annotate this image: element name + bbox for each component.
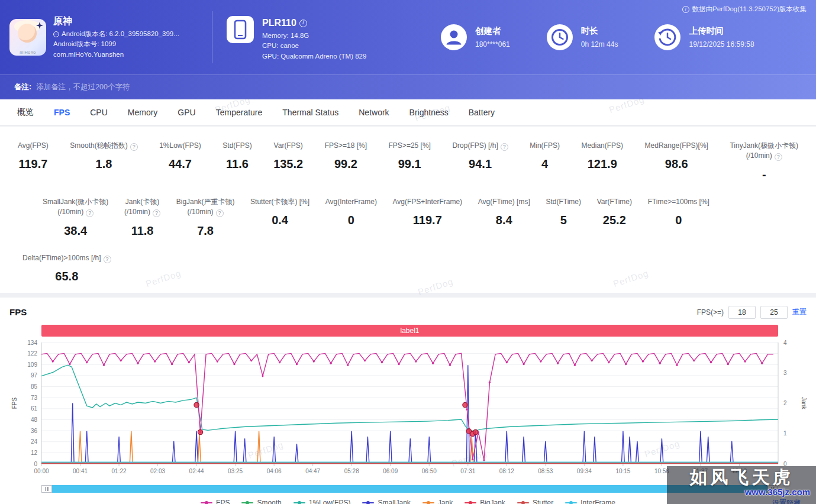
upload-time-title: 上传时间 — [689, 24, 754, 38]
stat-value: 99.2 — [325, 157, 367, 171]
stat-label: Avg(InterFrame) — [325, 197, 377, 207]
help-icon[interactable]: ? — [775, 153, 782, 161]
svg-text:07:31: 07:31 — [460, 468, 475, 474]
legend-marker-icon — [362, 500, 374, 504]
stat-label: Avg(FTime) [ms] — [478, 197, 530, 207]
legend-smalljank[interactable]: SmallJank — [362, 499, 410, 504]
svg-text:122: 122 — [27, 350, 37, 357]
tab-network[interactable]: Network — [349, 108, 399, 117]
tab-fps[interactable]: FPS — [44, 108, 80, 117]
legend-jank[interactable]: Jank — [422, 499, 453, 504]
svg-text:01:22: 01:22 — [112, 468, 127, 474]
legend-interframe[interactable]: InterFrame — [565, 499, 615, 504]
fps-chart[interactable]: 012243648617385971091221340123400:0000:4… — [9, 338, 807, 484]
scrollbar-track[interactable] — [52, 485, 767, 493]
stats-panel: Avg(FPS)119.7Smooth(稳帧指数)?1.81%Low(FPS)4… — [0, 127, 816, 293]
collect-info: i 数据由PerfDog(11.3.250752)版本收集 — [682, 5, 807, 14]
report-header: miHoYo 原神 Android版本名: 6.2.0_39595820_399… — [0, 0, 816, 99]
legend-stutter[interactable]: Stutter — [517, 499, 553, 504]
help-icon[interactable]: ? — [216, 209, 224, 217]
legend-label: FPS — [216, 499, 230, 504]
fps-threshold-low-input[interactable] — [728, 306, 756, 319]
app-icon-brand: miHoYo — [9, 50, 46, 54]
fps-threshold-high-input[interactable] — [760, 306, 788, 319]
tab-memory[interactable]: Memory — [118, 108, 168, 117]
svg-text:24: 24 — [31, 438, 38, 445]
header-top: miHoYo 原神 Android版本名: 6.2.0_39595820_399… — [0, 0, 816, 75]
stat-label: Delta(FTime)>100ms [/h]? — [22, 253, 111, 263]
stat-item: Std(FTime)5 — [546, 197, 581, 238]
stat-value: 119.7 — [393, 214, 462, 227]
stat-item: Std(FPS)11.6 — [222, 141, 251, 182]
stat-item: Var(FPS)135.2 — [273, 141, 303, 182]
legend-label: Stutter — [533, 499, 553, 504]
stat-item: Stutter(卡顿率) [%]0.4 — [250, 197, 309, 238]
stat-label: Median(FPS) — [581, 141, 623, 151]
legend-label: BigJank — [480, 499, 505, 504]
help-icon[interactable]: ? — [130, 143, 138, 151]
svg-text:08:53: 08:53 — [538, 468, 553, 474]
tab-概览[interactable]: 概览 — [7, 107, 44, 118]
stat-value: 0 — [325, 214, 377, 227]
app-icon: miHoYo — [9, 19, 46, 56]
svg-text:00:00: 00:00 — [34, 468, 49, 474]
svg-text:05:28: 05:28 — [344, 468, 359, 474]
note-input[interactable]: 添加备注，不超过200个字符 — [36, 82, 130, 92]
stat-item: FPS>=18 [%]99.2 — [325, 141, 367, 182]
legend-smooth[interactable]: Smooth — [241, 499, 281, 504]
upload-time-block: 上传时间 19/12/2025 16:59:58 — [654, 24, 754, 50]
legend-label: 1%Low(FPS) — [309, 499, 351, 504]
legend-fps[interactable]: FPS — [201, 499, 230, 504]
legend-label: Jank — [438, 499, 453, 504]
svg-text:36: 36 — [31, 428, 38, 434]
tab-thermal-status[interactable]: Thermal Status — [272, 108, 349, 117]
stat-value: - — [730, 168, 798, 182]
info-icon[interactable]: i — [299, 20, 307, 27]
stat-value: 98.6 — [645, 157, 708, 171]
tab-temperature[interactable]: Temperature — [206, 108, 273, 117]
tab-battery[interactable]: Battery — [459, 108, 505, 117]
stat-item: Delta(FTime)>100ms [/h]?65.8 — [22, 253, 111, 283]
app-block: miHoYo 原神 Android版本名: 6.2.0_39595820_399… — [9, 14, 206, 60]
app-meta: 原神 Android版本名: 6.2.0_39595820_399... And… — [53, 14, 179, 60]
help-icon[interactable]: ? — [86, 209, 93, 217]
stat-label: Std(FPS) — [222, 141, 251, 151]
device-block: PLR110 i Memory: 14.8G CPU: canoe GPU: Q… — [227, 12, 404, 62]
chart-legend: FPSSmooth1%Low(FPS)SmallJankJankBigJankS… — [201, 499, 615, 504]
tab-gpu[interactable]: GPU — [167, 108, 205, 117]
svg-text:2: 2 — [783, 400, 787, 406]
tab-cpu[interactable]: CPU — [80, 108, 118, 117]
svg-text:08:12: 08:12 — [499, 468, 514, 474]
legend-marker-icon — [422, 500, 434, 504]
svg-text:109: 109 — [27, 361, 37, 368]
stat-label: Min(FPS) — [530, 141, 560, 151]
stat-item: Avg(FTime) [ms]8.4 — [478, 197, 530, 238]
fps-reset-link[interactable]: 重置 — [792, 307, 807, 317]
tab-brightness[interactable]: Brightness — [399, 108, 459, 117]
help-icon[interactable]: ? — [104, 256, 111, 263]
stat-value: 44.7 — [159, 157, 201, 171]
clock-icon — [547, 24, 573, 50]
help-icon[interactable]: ? — [153, 209, 160, 217]
stats-row-1: Avg(FPS)119.7Smooth(稳帧指数)?1.81%Low(FPS)4… — [18, 141, 798, 182]
legend-1-low-fps-[interactable]: 1%Low(FPS) — [293, 499, 351, 504]
svg-text:04:47: 04:47 — [305, 468, 320, 474]
legend-bigjank[interactable]: BigJank — [465, 499, 505, 504]
chart-label-band-text: label1 — [400, 327, 419, 335]
site-watermark-title: 如风飞天虎 — [667, 467, 816, 487]
duration-title: 时长 — [581, 24, 618, 38]
stat-label: Drop(FPS) [/h]? — [452, 141, 508, 151]
svg-text:73: 73 — [31, 395, 38, 401]
stat-item: Var(FTime)25.2 — [597, 197, 632, 238]
svg-text:61: 61 — [31, 405, 38, 412]
stat-item: SmallJank(微小卡顿) (/10min)?38.4 — [43, 197, 108, 238]
tab-bar: 概览FPSCPUMemoryGPUTemperatureThermal Stat… — [0, 99, 816, 125]
stat-value: 135.2 — [273, 157, 303, 171]
svg-text:4: 4 — [783, 339, 787, 345]
stat-value: 119.7 — [18, 157, 49, 171]
help-icon[interactable]: ? — [501, 143, 508, 151]
scrollbar-left-handle[interactable] — [41, 485, 52, 493]
fps-threshold-label: FPS(>=) — [697, 308, 724, 316]
stat-label: FTime>=100ms [%] — [648, 197, 709, 207]
stat-label: FPS>=18 [%] — [325, 141, 367, 151]
